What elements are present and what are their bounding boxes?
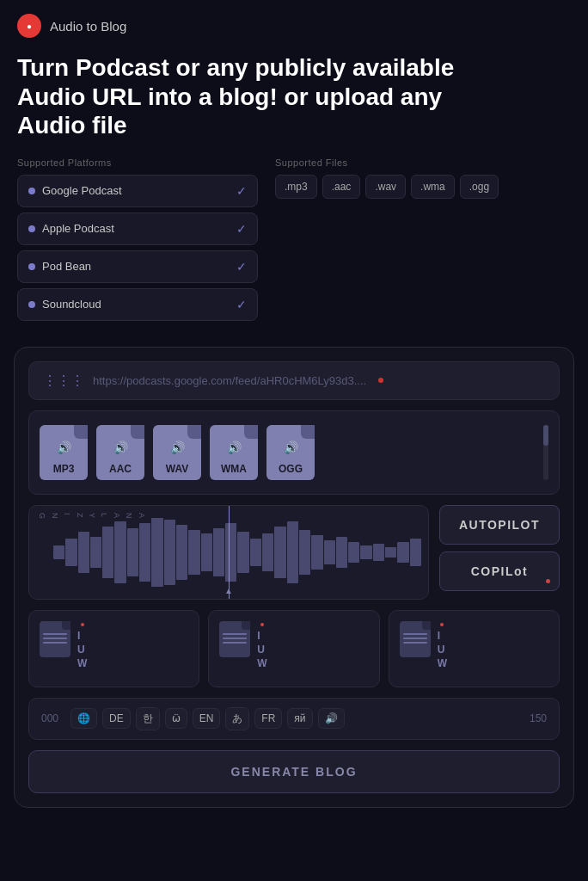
- platform-name: Google Podcast: [42, 184, 122, 197]
- platform-name: Apple Podcast: [42, 222, 114, 235]
- iuw-labels: IUW: [257, 630, 266, 669]
- waveform-section: ANALYZING ▲: [28, 505, 560, 600]
- lang-badge-special[interactable]: ω̈: [165, 708, 187, 729]
- waveform-playhead: [229, 506, 230, 599]
- file-tag-aac: .aac: [322, 175, 361, 199]
- scroll-bar[interactable]: [543, 425, 548, 480]
- platforms-files-section: Supported Platforms Google Podcast ✓ App…: [0, 157, 588, 347]
- platform-dot: [28, 188, 35, 194]
- platform-dot: [28, 225, 35, 232]
- url-error-dot: [378, 378, 383, 383]
- output-card-2[interactable]: IUW: [208, 610, 379, 687]
- hero-section: Turn Podcast or any publicly available A…: [0, 45, 588, 157]
- output-cards-row: IUW IUW: [28, 610, 560, 687]
- file-icon-ogg[interactable]: 🔊 OGG: [266, 425, 315, 480]
- lang-badge-fr[interactable]: FR: [254, 708, 282, 729]
- file-icon-aac[interactable]: 🔊 AAC: [96, 425, 144, 480]
- hero-heading: Turn Podcast or any publicly available A…: [17, 53, 516, 140]
- file-icon-wav[interactable]: 🔊 WAV: [153, 425, 201, 480]
- doc-icon: [40, 621, 70, 657]
- app-icon: ●: [17, 14, 41, 38]
- waveform-container: ANALYZING ▲: [28, 505, 429, 600]
- iuw-labels: IUW: [77, 630, 87, 669]
- checkmark-icon: ✓: [236, 222, 247, 236]
- lang-badge-de[interactable]: DE: [102, 708, 131, 729]
- platform-name: Soundcloud: [42, 298, 101, 311]
- lang-badge-ko[interactable]: 한: [136, 707, 160, 730]
- doc-icon: [219, 621, 250, 657]
- action-buttons: AUTOPILOT COPILot: [439, 505, 560, 600]
- lang-badge-en[interactable]: EN: [193, 708, 221, 729]
- lang-badge-ja[interactable]: あ: [225, 707, 249, 730]
- output-dot: [440, 623, 444, 626]
- files-label: Supported Files: [275, 157, 571, 168]
- files-column: Supported Files .mp3 .aac .wav .wma .ogg: [275, 157, 571, 199]
- platforms-label: Supported Platforms: [17, 157, 258, 168]
- platform-item-apple[interactable]: Apple Podcast ✓: [17, 213, 258, 245]
- checkmark-icon: ✓: [236, 184, 247, 198]
- speaker-icon: 🔊: [57, 440, 71, 454]
- generate-blog-button[interactable]: GENERATE BLOG: [28, 750, 560, 793]
- output-dot: [260, 623, 264, 626]
- speaker-icon: 🔊: [227, 440, 242, 454]
- platform-item-soundcloud[interactable]: Soundcloud ✓: [17, 288, 258, 321]
- waveform-bars: [53, 518, 421, 587]
- file-tag-ogg: .ogg: [460, 175, 499, 199]
- file-tags-list: .mp3 .aac .wav .wma .ogg: [275, 175, 571, 199]
- lang-badge-globe[interactable]: 🌐: [70, 708, 97, 729]
- platform-item-podbean[interactable]: Pod Bean ✓: [17, 250, 258, 283]
- copilot-dot: [546, 579, 550, 583]
- header: ● Audio to Blog: [0, 0, 588, 45]
- platforms-column: Supported Platforms Google Podcast ✓ App…: [17, 157, 258, 326]
- url-input-text: https://podcasts.google.com/feed/aHR0cHM…: [93, 374, 366, 387]
- url-input-wrapper[interactable]: ⋮⋮⋮ https://podcasts.google.com/feed/aHR…: [28, 361, 560, 400]
- platform-name: Pod Bean: [42, 260, 91, 273]
- lang-end-num: 150: [523, 712, 547, 724]
- waveform-arrow-icon: ▲: [224, 586, 233, 595]
- speaker-icon: 🔊: [113, 440, 128, 454]
- checkmark-icon: ✓: [236, 298, 247, 311]
- lang-badge-ru[interactable]: яй: [287, 708, 312, 729]
- iuw-labels: IUW: [438, 630, 447, 669]
- file-icon-mp3[interactable]: 🔊 MP3: [40, 425, 88, 480]
- app-title: Audio to Blog: [50, 19, 126, 34]
- copilot-button[interactable]: COPILot: [439, 551, 560, 591]
- output-dot: [81, 623, 84, 626]
- speaker-icon: 🔊: [284, 440, 298, 454]
- platform-dot: [28, 263, 35, 270]
- file-tag-wma: .wma: [411, 175, 455, 199]
- waveform-icon: ⋮⋮⋮: [43, 373, 84, 389]
- file-tag-wav: .wav: [365, 175, 406, 199]
- speaker-icon: 🔊: [170, 440, 185, 454]
- autopilot-button[interactable]: AUTOPILOT: [439, 505, 560, 545]
- scroll-thumb: [543, 425, 548, 446]
- file-icons-row: 🔊 MP3 🔊 AAC 🔊 WAV 🔊 WMA 🔊 O: [28, 410, 560, 495]
- platform-item-google[interactable]: Google Podcast ✓: [17, 175, 258, 207]
- platform-dot: [28, 301, 35, 308]
- main-card: ⋮⋮⋮ https://podcasts.google.com/feed/aHR…: [14, 347, 574, 808]
- doc-icon: [400, 621, 431, 657]
- output-card-3[interactable]: IUW: [389, 610, 560, 687]
- file-tag-mp3: .mp3: [275, 175, 317, 199]
- language-bar: 000 🌐 DE 한 ω̈ EN あ FR яй 🔊 150: [28, 698, 560, 740]
- file-icon-wma[interactable]: 🔊 WMA: [210, 425, 258, 480]
- checkmark-icon: ✓: [236, 260, 247, 274]
- lang-start-num: 000: [41, 712, 65, 724]
- output-card-1[interactable]: IUW: [28, 610, 199, 687]
- lang-badge-audio[interactable]: 🔊: [318, 708, 345, 729]
